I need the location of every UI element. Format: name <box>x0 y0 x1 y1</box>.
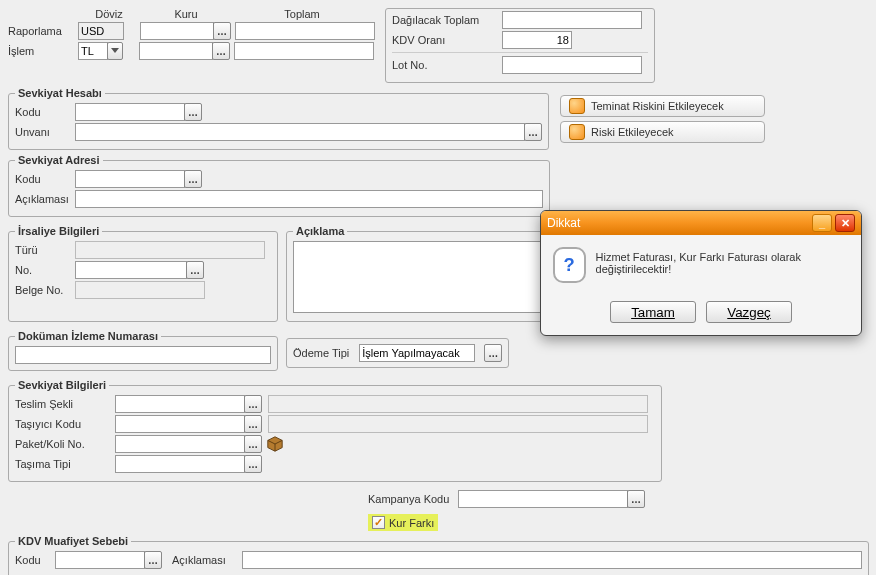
irsaliye-no-input[interactable] <box>75 261 187 279</box>
question-icon: ? <box>553 247 586 283</box>
dialog-cancel-button[interactable]: Vazgeç <box>706 301 792 323</box>
kampanya-kodu-input[interactable] <box>458 490 628 508</box>
dokuman-legend: Doküman İzleme Numarası <box>15 330 161 342</box>
tasima-tipi-input[interactable] <box>115 455 245 473</box>
kdv-orani-label: KDV Oranı <box>392 34 502 46</box>
orange-icon <box>569 124 585 140</box>
paket-koli-lookup-button[interactable]: … <box>244 435 262 453</box>
aciklama-textarea[interactable] <box>293 241 541 313</box>
sh-unvani-input[interactable] <box>75 123 525 141</box>
raporlama-label: Raporlama <box>8 25 78 37</box>
dialog-titlebar[interactable]: Dikkat _ ✕ <box>541 211 861 235</box>
sa-aciklamasi-input[interactable] <box>75 190 543 208</box>
kdv-kodu-lookup-button[interactable]: … <box>144 551 162 569</box>
dialog-message: Hizmet Faturası, Kur Farkı Faturası olar… <box>596 247 849 275</box>
dagilacak-toplam-label: Dağılacak Toplam <box>392 14 502 26</box>
teslim-sekli-label: Teslim Şekli <box>15 398 115 410</box>
islem-kuru-input[interactable] <box>139 42 213 60</box>
irsaliye-belgeno-input <box>75 281 205 299</box>
dagilacak-toplam-input[interactable] <box>502 11 642 29</box>
islem-doviz-dropdown-button[interactable] <box>107 42 123 60</box>
islem-doviz-input[interactable] <box>78 42 108 60</box>
sevkiyat-adresi-fieldset: Sevkiyat Adresi Kodu … Açıklaması <box>8 154 550 217</box>
sa-kodu-input[interactable] <box>75 170 185 188</box>
kdv-kodu-input[interactable] <box>55 551 145 569</box>
teminat-risk-label: Teminat Riskini Etkileyecek <box>591 100 724 112</box>
kdv-aciklamasi-input[interactable] <box>242 551 862 569</box>
aciklama-fieldset: Açıklama <box>286 225 548 322</box>
dokuman-input[interactable] <box>15 346 271 364</box>
orange-icon <box>569 98 585 114</box>
dialog-close-button[interactable]: ✕ <box>835 214 855 232</box>
irsaliye-no-lookup-button[interactable]: … <box>186 261 204 279</box>
sa-kodu-lookup-button[interactable]: … <box>184 170 202 188</box>
sevkiyat-bilgileri-fieldset: Sevkiyat Bilgileri Teslim Şekli … Taşıyı… <box>8 379 662 482</box>
kdv-kodu-label: Kodu <box>15 554 55 566</box>
teslim-sekli-lookup-button[interactable]: … <box>244 395 262 413</box>
kdv-muafiyet-legend: KDV Muafiyet Sebebi <box>15 535 131 547</box>
sevkiyat-bilgileri-legend: Sevkiyat Bilgileri <box>15 379 109 391</box>
sh-kodu-lookup-button[interactable]: … <box>184 103 202 121</box>
kur-farki-checkbox[interactable] <box>372 516 385 529</box>
odeme-tipi-input[interactable] <box>359 344 475 362</box>
dialog-title-text: Dikkat <box>547 216 580 230</box>
lot-no-input[interactable] <box>502 56 642 74</box>
sevkiyat-hesabi-legend: Sevkiyat Hesabı <box>15 87 105 99</box>
dialog-minimize-button[interactable]: _ <box>812 214 832 232</box>
col-doviz-header: Döviz <box>78 8 140 20</box>
raporlama-toplam-input[interactable] <box>235 22 375 40</box>
col-toplam-header: Toplam <box>232 8 372 20</box>
package-icon[interactable] <box>266 435 284 453</box>
kampanya-kodu-label: Kampanya Kodu <box>368 493 458 505</box>
dialog-ok-button[interactable]: Tamam <box>610 301 696 323</box>
tasima-tipi-label: Taşıma Tipi <box>15 458 115 470</box>
kur-farki-label: Kur Farkı <box>389 517 434 529</box>
tasiyici-kodu-input[interactable] <box>115 415 245 433</box>
tasiyici-kodu-desc <box>268 415 648 433</box>
col-kuru-header: Kuru <box>140 8 232 20</box>
dokuman-fieldset: Doküman İzleme Numarası <box>8 330 278 371</box>
tasiyici-kodu-lookup-button[interactable]: … <box>244 415 262 433</box>
paket-koli-input[interactable] <box>115 435 245 453</box>
dikkat-dialog: Dikkat _ ✕ ? Hizmet Faturası, Kur Farkı … <box>540 210 862 336</box>
teslim-sekli-desc <box>268 395 648 413</box>
kdv-aciklamasi-label: Açıklaması <box>172 554 242 566</box>
lot-no-label: Lot No. <box>392 59 502 71</box>
islem-label: İşlem <box>8 45 78 57</box>
irsaliye-fieldset: İrsaliye Bilgileri Türü No. … Belge No. <box>8 225 278 322</box>
teslim-sekli-input[interactable] <box>115 395 245 413</box>
aciklama-legend: Açıklama <box>293 225 347 237</box>
irsaliye-belgeno-label: Belge No. <box>15 284 75 296</box>
sh-unvani-label: Unvanı <box>15 126 75 138</box>
teminat-risk-button[interactable]: Teminat Riskini Etkileyecek <box>560 95 765 117</box>
irsaliye-legend: İrsaliye Bilgileri <box>15 225 102 237</box>
irsaliye-turu-input <box>75 241 265 259</box>
risk-button[interactable]: Riski Etkileyecek <box>560 121 765 143</box>
sevkiyat-hesabi-fieldset: Sevkiyat Hesabı Kodu … Unvanı … <box>8 87 549 150</box>
islem-kuru-lookup-button[interactable]: … <box>212 42 230 60</box>
sh-kodu-input[interactable] <box>75 103 185 121</box>
irsaliye-no-label: No. <box>15 264 75 276</box>
kdv-muafiyet-fieldset: KDV Muafiyet Sebebi Kodu … Açıklaması <box>8 535 869 575</box>
raporlama-kuru-input[interactable] <box>140 22 214 40</box>
raporlama-doviz-input <box>78 22 124 40</box>
sh-unvani-lookup-button[interactable]: … <box>524 123 542 141</box>
tasima-tipi-lookup-button[interactable]: … <box>244 455 262 473</box>
kur-farki-highlight: Kur Farkı <box>368 514 438 531</box>
raporlama-kuru-lookup-button[interactable]: … <box>213 22 231 40</box>
tasiyici-kodu-label: Taşıyıcı Kodu <box>15 418 115 430</box>
sh-kodu-label: Kodu <box>15 106 75 118</box>
kdv-orani-input[interactable] <box>502 31 572 49</box>
sa-aciklamasi-label: Açıklaması <box>15 193 75 205</box>
risk-label: Riski Etkileyecek <box>591 126 674 138</box>
svg-text:?: ? <box>564 254 575 275</box>
odeme-tipi-lookup-button[interactable]: … <box>484 344 502 362</box>
sevkiyat-adresi-legend: Sevkiyat Adresi <box>15 154 103 166</box>
paket-koli-label: Paket/Koli No. <box>15 438 115 450</box>
sa-kodu-label: Kodu <box>15 173 75 185</box>
islem-toplam-input[interactable] <box>234 42 374 60</box>
irsaliye-turu-label: Türü <box>15 244 75 256</box>
odeme-tipi-label: Ödeme Tipi <box>293 347 349 359</box>
kampanya-kodu-lookup-button[interactable]: … <box>627 490 645 508</box>
